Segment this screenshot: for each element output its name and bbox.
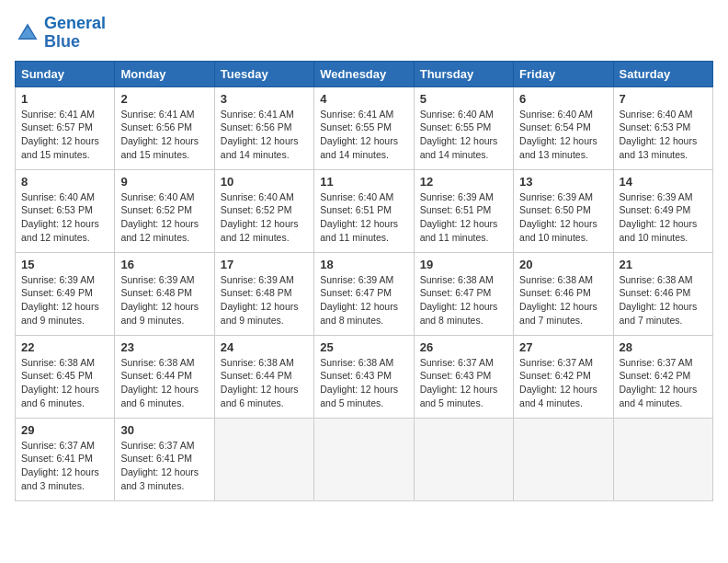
day-number: 7	[620, 92, 707, 106]
calendar-row: 15 Sunrise: 6:39 AMSunset: 6:49 PMDaylig…	[16, 252, 713, 335]
calendar-day-13: 13 Sunrise: 6:39 AMSunset: 6:50 PMDaylig…	[514, 169, 613, 252]
calendar-row: 22 Sunrise: 6:38 AMSunset: 6:45 PMDaylig…	[16, 335, 713, 418]
calendar-day-3: 3 Sunrise: 6:41 AMSunset: 6:56 PMDayligh…	[214, 86, 313, 169]
day-info: Sunrise: 6:38 AMSunset: 6:43 PMDaylight:…	[320, 356, 407, 410]
day-number: 30	[120, 423, 208, 437]
day-info: Sunrise: 6:39 AMSunset: 6:47 PMDaylight:…	[320, 273, 407, 327]
page-header: General Blue	[15, 15, 713, 52]
header-saturday: Saturday	[613, 61, 712, 86]
day-number: 18	[320, 258, 407, 271]
day-info: Sunrise: 6:40 AMSunset: 6:51 PMDaylight:…	[320, 190, 407, 245]
header-monday: Monday	[115, 61, 214, 86]
calendar-day-16: 16 Sunrise: 6:39 AMSunset: 6:48 PMDaylig…	[115, 252, 214, 335]
day-number: 8	[21, 175, 108, 189]
day-number: 5	[420, 92, 507, 106]
header-wednesday: Wednesday	[314, 61, 414, 86]
calendar-day-11: 11 Sunrise: 6:40 AMSunset: 6:51 PMDaylig…	[314, 169, 414, 252]
day-info: Sunrise: 6:37 AMSunset: 6:41 PMDaylight:…	[120, 439, 208, 493]
day-info: Sunrise: 6:41 AMSunset: 6:56 PMDaylight:…	[120, 108, 208, 162]
logo: General Blue	[15, 15, 106, 52]
calendar-header-row: SundayMondayTuesdayWednesdayThursdayFrid…	[16, 61, 713, 86]
calendar-day-24: 24 Sunrise: 6:38 AMSunset: 6:44 PMDaylig…	[214, 335, 313, 418]
day-info: Sunrise: 6:41 AMSunset: 6:55 PMDaylight:…	[320, 108, 407, 162]
day-number: 22	[21, 340, 108, 354]
day-info: Sunrise: 6:41 AMSunset: 6:56 PMDaylight:…	[221, 108, 308, 162]
day-info: Sunrise: 6:39 AMSunset: 6:51 PMDaylight:…	[420, 190, 507, 245]
day-info: Sunrise: 6:39 AMSunset: 6:49 PMDaylight:…	[620, 190, 707, 245]
calendar-day-27: 27 Sunrise: 6:37 AMSunset: 6:42 PMDaylig…	[514, 335, 613, 418]
day-info: Sunrise: 6:37 AMSunset: 6:43 PMDaylight:…	[420, 356, 507, 410]
empty-cell	[613, 418, 712, 500]
day-info: Sunrise: 6:38 AMSunset: 6:46 PMDaylight:…	[519, 273, 607, 327]
calendar-day-2: 2 Sunrise: 6:41 AMSunset: 6:56 PMDayligh…	[115, 86, 214, 169]
day-number: 24	[221, 340, 308, 354]
day-info: Sunrise: 6:39 AMSunset: 6:48 PMDaylight:…	[221, 273, 308, 327]
empty-cell	[314, 418, 414, 500]
day-info: Sunrise: 6:37 AMSunset: 6:42 PMDaylight:…	[519, 356, 607, 410]
day-number: 15	[21, 258, 108, 271]
day-info: Sunrise: 6:41 AMSunset: 6:57 PMDaylight:…	[21, 108, 108, 162]
day-number: 21	[620, 258, 707, 271]
calendar-day-19: 19 Sunrise: 6:38 AMSunset: 6:47 PMDaylig…	[414, 252, 513, 335]
calendar-day-21: 21 Sunrise: 6:38 AMSunset: 6:46 PMDaylig…	[613, 252, 712, 335]
calendar-day-22: 22 Sunrise: 6:38 AMSunset: 6:45 PMDaylig…	[16, 335, 115, 418]
day-info: Sunrise: 6:40 AMSunset: 6:54 PMDaylight:…	[519, 108, 607, 162]
calendar-day-1: 1 Sunrise: 6:41 AMSunset: 6:57 PMDayligh…	[16, 86, 115, 169]
calendar-day-6: 6 Sunrise: 6:40 AMSunset: 6:54 PMDayligh…	[514, 86, 613, 169]
day-number: 29	[21, 423, 108, 437]
calendar-day-25: 25 Sunrise: 6:38 AMSunset: 6:43 PMDaylig…	[314, 335, 414, 418]
day-info: Sunrise: 6:38 AMSunset: 6:44 PMDaylight:…	[221, 356, 308, 410]
calendar-day-14: 14 Sunrise: 6:39 AMSunset: 6:49 PMDaylig…	[613, 169, 712, 252]
header-tuesday: Tuesday	[214, 61, 313, 86]
day-number: 4	[320, 92, 407, 106]
day-number: 17	[221, 258, 308, 271]
day-info: Sunrise: 6:40 AMSunset: 6:52 PMDaylight:…	[120, 190, 208, 245]
calendar-row: 29 Sunrise: 6:37 AMSunset: 6:41 PMDaylig…	[16, 418, 713, 500]
calendar-day-23: 23 Sunrise: 6:38 AMSunset: 6:44 PMDaylig…	[115, 335, 214, 418]
calendar-day-10: 10 Sunrise: 6:40 AMSunset: 6:52 PMDaylig…	[214, 169, 313, 252]
empty-cell	[214, 418, 313, 500]
calendar-day-20: 20 Sunrise: 6:38 AMSunset: 6:46 PMDaylig…	[514, 252, 613, 335]
day-info: Sunrise: 6:39 AMSunset: 6:49 PMDaylight:…	[21, 273, 108, 327]
calendar-day-8: 8 Sunrise: 6:40 AMSunset: 6:53 PMDayligh…	[16, 169, 115, 252]
day-info: Sunrise: 6:37 AMSunset: 6:42 PMDaylight:…	[620, 356, 707, 410]
day-number: 25	[320, 340, 407, 354]
logo-icon	[15, 20, 40, 46]
day-info: Sunrise: 6:40 AMSunset: 6:52 PMDaylight:…	[221, 190, 308, 245]
logo-text: General Blue	[44, 15, 106, 52]
day-number: 23	[120, 340, 208, 354]
calendar-day-29: 29 Sunrise: 6:37 AMSunset: 6:41 PMDaylig…	[16, 418, 115, 500]
day-info: Sunrise: 6:39 AMSunset: 6:50 PMDaylight:…	[519, 190, 607, 245]
calendar-day-7: 7 Sunrise: 6:40 AMSunset: 6:53 PMDayligh…	[613, 86, 712, 169]
header-thursday: Thursday	[414, 61, 513, 86]
header-sunday: Sunday	[16, 61, 115, 86]
calendar-day-4: 4 Sunrise: 6:41 AMSunset: 6:55 PMDayligh…	[314, 86, 414, 169]
calendar-day-12: 12 Sunrise: 6:39 AMSunset: 6:51 PMDaylig…	[414, 169, 513, 252]
day-number: 13	[519, 175, 607, 189]
day-number: 14	[620, 175, 707, 189]
day-info: Sunrise: 6:38 AMSunset: 6:45 PMDaylight:…	[21, 356, 108, 410]
day-number: 16	[120, 258, 208, 271]
calendar-day-15: 15 Sunrise: 6:39 AMSunset: 6:49 PMDaylig…	[16, 252, 115, 335]
day-number: 12	[420, 175, 507, 189]
day-info: Sunrise: 6:40 AMSunset: 6:55 PMDaylight:…	[420, 108, 507, 162]
day-number: 11	[320, 175, 407, 189]
day-info: Sunrise: 6:38 AMSunset: 6:46 PMDaylight:…	[620, 273, 707, 327]
calendar-day-9: 9 Sunrise: 6:40 AMSunset: 6:52 PMDayligh…	[115, 169, 214, 252]
day-number: 28	[620, 340, 707, 354]
day-number: 6	[519, 92, 607, 106]
day-number: 10	[221, 175, 308, 189]
day-info: Sunrise: 6:38 AMSunset: 6:44 PMDaylight:…	[120, 356, 208, 410]
day-number: 2	[120, 92, 208, 106]
day-number: 19	[420, 258, 507, 271]
calendar-table: SundayMondayTuesdayWednesdayThursdayFrid…	[15, 61, 713, 501]
day-info: Sunrise: 6:40 AMSunset: 6:53 PMDaylight:…	[21, 190, 108, 245]
day-number: 3	[221, 92, 308, 106]
calendar-day-26: 26 Sunrise: 6:37 AMSunset: 6:43 PMDaylig…	[414, 335, 513, 418]
calendar-row: 1 Sunrise: 6:41 AMSunset: 6:57 PMDayligh…	[16, 86, 713, 169]
day-number: 27	[519, 340, 607, 354]
day-info: Sunrise: 6:38 AMSunset: 6:47 PMDaylight:…	[420, 273, 507, 327]
calendar-day-30: 30 Sunrise: 6:37 AMSunset: 6:41 PMDaylig…	[115, 418, 214, 500]
empty-cell	[514, 418, 613, 500]
calendar-day-18: 18 Sunrise: 6:39 AMSunset: 6:47 PMDaylig…	[314, 252, 414, 335]
